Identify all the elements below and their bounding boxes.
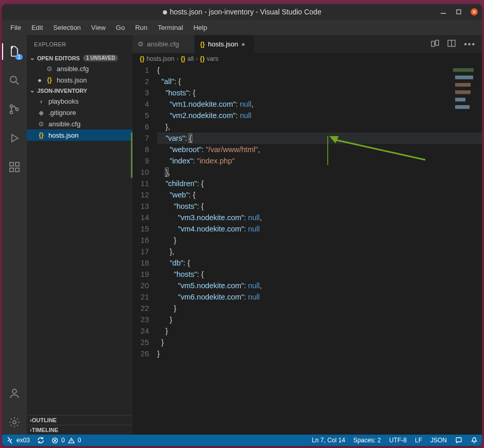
line-number[interactable]: 1 xyxy=(132,64,149,76)
maximize-button[interactable] xyxy=(455,8,462,15)
editor-tab[interactable]: {}hosts.json● xyxy=(195,35,254,53)
line-number[interactable]: 3 xyxy=(132,87,149,98)
code-line[interactable]: "vm6.nodekite.com": null xyxy=(157,291,482,303)
menu-terminal[interactable]: Terminal xyxy=(154,22,187,33)
line-number[interactable]: 22 xyxy=(132,303,149,314)
menu-view[interactable]: View xyxy=(87,22,110,33)
menu-file[interactable]: File xyxy=(6,22,25,33)
menu-run[interactable]: Run xyxy=(131,22,152,33)
open-editor-item[interactable]: ⚙ansible.cfg xyxy=(27,63,132,74)
eol-status[interactable]: LF xyxy=(415,437,422,444)
project-header[interactable]: ⌄ JSON-INVENTORY xyxy=(27,86,132,95)
code-line[interactable]: } xyxy=(157,337,482,348)
code-line[interactable]: } xyxy=(157,314,482,325)
code-line[interactable]: "vm2.nodekite.com": null xyxy=(157,110,482,121)
code-line[interactable]: "hosts": { xyxy=(157,87,482,98)
menu-help[interactable]: Help xyxy=(189,22,211,33)
line-number[interactable]: 2 xyxy=(132,76,149,87)
line-number[interactable]: 5 xyxy=(132,110,149,121)
file-tree-item[interactable]: ◆.gitignore xyxy=(27,107,132,118)
code-line[interactable]: }, xyxy=(157,246,482,257)
cursor-position[interactable]: Ln 7, Col 14 xyxy=(312,437,345,444)
code-line[interactable]: "vm3.nodekite.com": null, xyxy=(157,212,482,223)
line-number[interactable]: 16 xyxy=(132,235,149,246)
line-number[interactable]: 6 xyxy=(132,121,149,132)
code-line[interactable]: "vm1.nodekite.com": null, xyxy=(157,98,482,110)
code-editor[interactable]: 1234567891011121314151617181920212223242… xyxy=(132,64,482,435)
compare-icon[interactable] xyxy=(431,39,439,49)
indentation-status[interactable]: Spaces: 2 xyxy=(354,437,381,444)
open-editor-item[interactable]: ●{}hosts.json xyxy=(27,74,132,86)
sync-status[interactable] xyxy=(37,437,44,444)
code-line[interactable]: } xyxy=(157,325,482,337)
code-line[interactable]: "db": { xyxy=(157,257,482,269)
line-number[interactable]: 14 xyxy=(132,212,149,223)
titlebar[interactable]: hosts.json - json-inventory - Visual Stu… xyxy=(2,4,482,20)
code-line[interactable]: "webroot": "/var/www/html", xyxy=(157,144,482,155)
code-line[interactable]: "children": { xyxy=(157,178,482,189)
code-content[interactable]: { "all": { "hosts": { "vm1.nodekite.com"… xyxy=(157,64,482,435)
code-line[interactable]: "all": { xyxy=(157,76,482,87)
editor-tab[interactable]: ⚙ansible.cfg xyxy=(132,35,195,53)
line-number[interactable]: 23 xyxy=(132,314,149,325)
line-number[interactable]: 13 xyxy=(132,201,149,212)
language-status[interactable]: JSON xyxy=(430,437,447,444)
run-debug-activity-icon[interactable] xyxy=(2,126,27,151)
code-line[interactable]: "vm5.nodekite.com": null, xyxy=(157,280,482,291)
code-line[interactable]: "hosts": { xyxy=(157,201,482,212)
line-number[interactable]: 9 xyxy=(131,155,149,167)
file-tree-item[interactable]: {}hosts.json xyxy=(27,129,132,141)
line-number[interactable]: 20 xyxy=(132,280,149,291)
code-line[interactable]: { xyxy=(157,64,482,76)
encoding-status[interactable]: UTF-8 xyxy=(389,437,407,444)
minimize-button[interactable] xyxy=(440,8,447,15)
line-number[interactable]: 12 xyxy=(132,189,149,201)
timeline-header[interactable]: › TIMELINE xyxy=(27,425,132,435)
search-activity-icon[interactable] xyxy=(2,68,27,93)
code-line[interactable]: }, xyxy=(157,167,482,178)
split-editor-icon[interactable] xyxy=(447,39,456,49)
breadcrumb-item[interactable]: hosts.json xyxy=(146,55,174,62)
line-number[interactable]: 26 xyxy=(132,348,149,359)
more-actions-icon[interactable]: ••• xyxy=(464,40,476,49)
minimap[interactable] xyxy=(451,64,482,435)
feedback-icon[interactable] xyxy=(455,437,462,444)
menu-edit[interactable]: Edit xyxy=(27,22,47,33)
notifications-icon[interactable] xyxy=(471,437,478,444)
remote-status[interactable]: ex03 xyxy=(6,437,30,444)
file-tree-item[interactable]: ⚙ansible.cfg xyxy=(27,118,132,129)
line-number[interactable]: 19 xyxy=(132,269,149,280)
line-number[interactable]: 7 xyxy=(131,132,149,144)
accounts-activity-icon[interactable] xyxy=(2,381,27,406)
line-number[interactable]: 8 xyxy=(131,144,149,155)
line-number[interactable]: 21 xyxy=(132,291,149,303)
line-number[interactable]: 18 xyxy=(132,257,149,269)
menu-go[interactable]: Go xyxy=(112,22,129,33)
menu-selection[interactable]: Selection xyxy=(49,22,85,33)
breadcrumb-item[interactable]: vars xyxy=(207,55,219,62)
file-tree-item[interactable]: ›playbooks xyxy=(27,95,132,107)
outline-header[interactable]: › OUTLINE xyxy=(27,415,132,425)
line-number[interactable]: 11 xyxy=(132,178,149,189)
code-line[interactable]: } xyxy=(157,235,482,246)
code-line[interactable]: "web": { xyxy=(157,189,482,201)
line-number[interactable]: 24 xyxy=(132,325,149,337)
line-number[interactable]: 17 xyxy=(132,246,149,257)
problems-status[interactable]: 0 0 xyxy=(52,437,81,444)
breadcrumb-item[interactable]: all xyxy=(188,55,194,62)
close-button[interactable] xyxy=(471,8,478,15)
extensions-activity-icon[interactable] xyxy=(2,155,27,179)
line-number[interactable]: 10 xyxy=(131,167,149,178)
code-line[interactable]: } xyxy=(157,348,482,359)
code-line[interactable]: }, xyxy=(157,121,482,132)
modified-dot-icon[interactable]: ● xyxy=(241,40,248,48)
breadcrumb[interactable]: {} hosts.json›{} all›{} vars xyxy=(132,53,482,64)
code-line[interactable]: "index": "index.php" xyxy=(157,155,482,167)
settings-activity-icon[interactable] xyxy=(2,410,27,435)
source-control-activity-icon[interactable] xyxy=(2,97,27,122)
code-line[interactable]: "vm4.nodekite.com": null xyxy=(157,223,482,235)
line-number[interactable]: 25 xyxy=(132,337,149,348)
explorer-activity-icon[interactable]: 1 xyxy=(2,39,27,64)
open-editors-header[interactable]: ⌄ OPEN EDITORS 1 UNSAVED xyxy=(27,53,132,63)
line-number[interactable]: 15 xyxy=(132,223,149,235)
